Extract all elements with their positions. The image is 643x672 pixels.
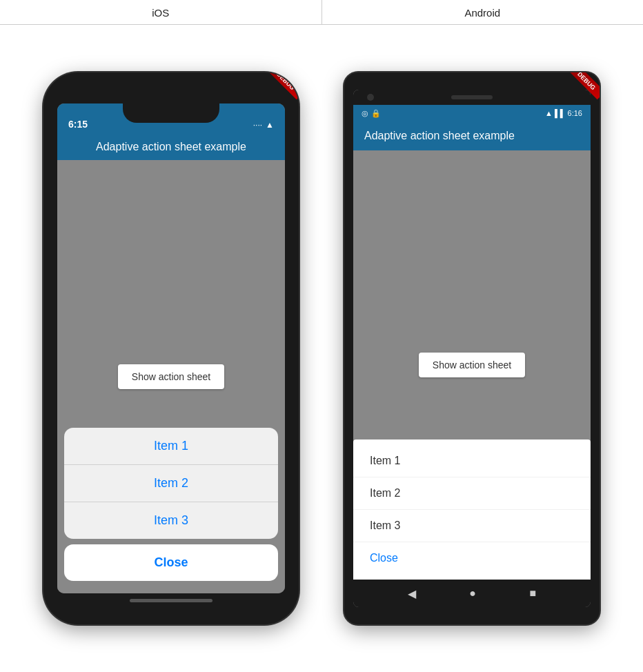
ios-sheet-item-1[interactable]: Item 1 xyxy=(64,428,278,465)
android-sheet-item-1[interactable]: Item 1 xyxy=(353,445,591,477)
android-circle-icon: ◎ xyxy=(362,109,368,118)
ios-label: iOS xyxy=(0,0,322,24)
android-label: Android xyxy=(322,0,644,24)
ios-show-action-sheet-button[interactable]: Show action sheet xyxy=(118,364,224,389)
ios-app-title: Adaptive action sheet example xyxy=(68,141,274,153)
ios-screen: 6:15 ···· ▲ Adaptive action sheet exampl… xyxy=(57,103,285,593)
android-top-bar xyxy=(353,90,591,105)
ios-time: 6:15 xyxy=(68,119,88,130)
android-lock-icon: 🔒 xyxy=(371,109,381,118)
android-status-right-icons: ▲ ▌▌ 6:16 xyxy=(545,109,582,117)
android-home-btn[interactable]: ● xyxy=(469,587,476,600)
android-status-left-icons: ◎ 🔒 xyxy=(362,109,381,118)
android-sheet-item-3[interactable]: Item 3 xyxy=(353,510,591,542)
ios-sheet-item-2[interactable]: Item 2 xyxy=(64,465,278,502)
android-phone: DEBUG ◎ 🔒 ▲ ▌▌ 6:16 Adaptive action s xyxy=(344,72,600,624)
android-recents-btn[interactable]: ■ xyxy=(530,587,537,600)
ios-sheet-item-3[interactable]: Item 3 xyxy=(64,502,278,539)
ios-debug-badge: DEBUG xyxy=(267,72,299,99)
ios-signal-icon: ···· xyxy=(253,120,262,130)
android-app-bar: Adaptive action sheet example xyxy=(353,121,591,150)
android-app-title: Adaptive action sheet example xyxy=(364,130,580,142)
ios-sheet-group: Item 1 Item 2 Item 3 xyxy=(64,428,278,539)
android-camera xyxy=(367,94,374,101)
ios-app-bar: Adaptive action sheet example xyxy=(57,134,285,160)
android-back-btn[interactable]: ◀ xyxy=(408,587,416,600)
android-signal-icon: ▌▌ xyxy=(555,109,566,117)
ios-status-icons: ···· ▲ xyxy=(253,120,274,130)
ios-sheet-cancel[interactable]: Close xyxy=(64,544,278,581)
iphone-home-indicator xyxy=(130,599,212,602)
android-nav-bar: ◀ ● ■ xyxy=(353,580,591,607)
ios-wifi-icon: ▲ xyxy=(266,120,274,130)
android-screen: ◎ 🔒 ▲ ▌▌ 6:16 Adaptive action sheet exam… xyxy=(353,90,591,607)
android-sheet-cancel[interactable]: Close xyxy=(353,542,591,574)
android-show-action-sheet-button[interactable]: Show action sheet xyxy=(419,353,525,377)
android-speaker xyxy=(451,95,493,99)
ios-action-sheet: Item 1 Item 2 Item 3 Close xyxy=(57,422,285,593)
iphone-notch xyxy=(123,103,219,123)
ios-phone: DEBUG 6:15 ···· ▲ Adaptive action sheet … xyxy=(43,72,299,624)
android-time: 6:16 xyxy=(568,109,582,117)
android-status-bar: ◎ 🔒 ▲ ▌▌ 6:16 xyxy=(353,105,591,121)
android-action-sheet: Item 1 Item 2 Item 3 Close xyxy=(353,439,591,580)
android-wifi-icon: ▲ xyxy=(545,109,553,117)
android-sheet-item-2[interactable]: Item 2 xyxy=(353,477,591,510)
